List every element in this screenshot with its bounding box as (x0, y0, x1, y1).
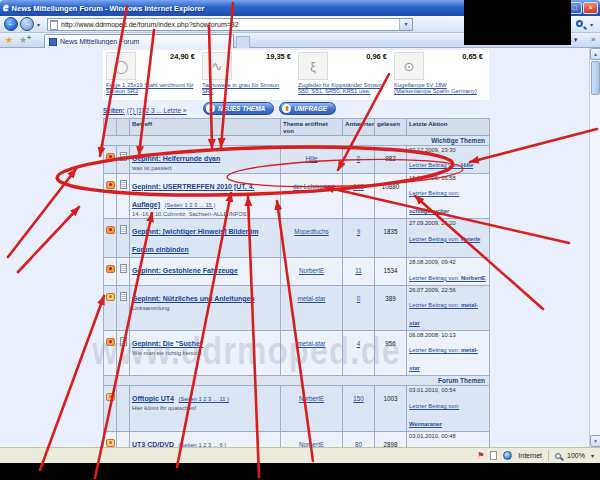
starter-link[interactable]: metal-star (298, 340, 326, 347)
last-post-by-link[interactable]: Letzter Beitrag von: Hille (409, 162, 473, 168)
product-link[interactable]: Zugfeder für Kippständer Simson S50, S51… (298, 82, 388, 95)
product-image[interactable]: ξ (298, 52, 328, 80)
security-zone-label: Internet (518, 452, 542, 459)
replies-link[interactable]: 9 (357, 228, 361, 235)
product-link[interactable]: Kugellampe 6V 18W (Markenlampe Spahn Ger… (394, 82, 484, 95)
last-post-by-name: metal-star (409, 302, 478, 326)
starter-link[interactable]: metal-star (298, 295, 326, 302)
new-tab-stub[interactable] (236, 36, 250, 48)
topic-marker-cell (117, 219, 130, 258)
product-image[interactable]: ⊙ (394, 52, 424, 80)
topic-status-icon (106, 439, 115, 447)
table-row[interactable]: Gepinnt: [wichtiger Hinweis] Bilder im F… (104, 219, 490, 258)
new-topic-button[interactable]: ╱ NEUES THEMA (203, 102, 274, 115)
last-post-by-link[interactable]: Letzter Beitrag von: schlagzeucher (409, 190, 459, 214)
table-row[interactable]: Gepinnt: Nützliches und AnleitungenLinks… (104, 285, 490, 330)
table-header-row: Betreff Thema eröffnet von Antworten gel… (104, 119, 490, 136)
close-button[interactable]: × (583, 2, 598, 14)
topic-link[interactable]: Gepinnt: Gestohlene Fahrzeuge (132, 267, 238, 274)
history-dropdown-icon[interactable]: ▾ (37, 21, 40, 28)
last-action-cell: 16.12.2009, 16:58Letzter Beitrag von: sc… (407, 173, 490, 219)
scroll-up-icon[interactable]: ▲ (590, 48, 600, 60)
replies-link[interactable]: 4 (357, 340, 361, 347)
last-post-by-link[interactable]: Letzter Beitrag von: metal-star (409, 347, 478, 371)
topic-pages-links[interactable]: (Seiten 1 2 3 ... 11 ) (178, 396, 228, 402)
favorites-star-icon[interactable]: ★ (5, 35, 13, 45)
topic-starter-cell: der Lehmann (281, 173, 343, 219)
topic-link[interactable]: Gepinnt: [wichtiger Hinweis] Bilder im F… (132, 228, 258, 253)
last-action-cell: 06.08.2008, 10:13Letzter Beitrag von: me… (407, 331, 490, 376)
replies-link[interactable]: 0 (357, 155, 361, 162)
topic-replies-cell: 80 (343, 431, 375, 447)
starter-link[interactable]: Mopedfuchs (294, 228, 328, 235)
topic-link[interactable]: Offtopic UT4 (132, 395, 174, 402)
topic-replies-cell: 4 (343, 331, 375, 376)
replies-link[interactable]: 193 (353, 183, 364, 190)
replies-link[interactable]: 0 (357, 295, 361, 302)
starter-link[interactable]: NorbertE (299, 267, 324, 274)
search-dropdown-icon[interactable]: ▾ (590, 21, 593, 28)
product-link[interactable]: Tachowelle in grau für Simson SR2 (202, 82, 292, 95)
pencil-icon: ╱ (206, 104, 215, 113)
product-image[interactable]: ∿ (202, 52, 232, 80)
toolbar-overflow-icon[interactable]: » (591, 35, 595, 44)
back-button[interactable]: ← (4, 17, 18, 31)
topic-link[interactable]: Gepinnt: Nützliches und Anleitungen (132, 295, 255, 302)
topic-link[interactable]: Gepinnt: Die "Suche" (132, 340, 203, 347)
scroll-down-icon[interactable]: ▼ (590, 435, 600, 447)
topic-reads-cell: 389 (375, 285, 407, 330)
shop-product: ∿19,35 €Tachowelle in grau für Simson SR… (199, 50, 295, 100)
add-favorite-icon[interactable]: ★ (19, 35, 27, 45)
product-glyph-icon: ξ (310, 59, 316, 74)
topic-replies-cell: 0 (343, 146, 375, 174)
topic-status-cell (104, 431, 117, 447)
tab-news-mitteilungen-forum[interactable]: News Mitteilungen Forum (44, 34, 234, 48)
pagination-label[interactable]: Seiten: (103, 107, 125, 114)
address-bar[interactable]: http://www.ddrmoped.de/forum/index.php?s… (47, 18, 413, 31)
product-image[interactable]: ◯ (106, 52, 136, 80)
topic-status-cell (104, 285, 117, 330)
topic-subtitle: 14.-16.5.10.Colmnitz, Sachsen-ALLE INFOS (132, 211, 278, 218)
last-post-date: 03.01.2010, 00:54 (409, 387, 487, 393)
last-post-by-name: Weimaraner (409, 421, 442, 427)
last-post-by-link[interactable]: Letzter Beitrag von: NorbertE (409, 275, 486, 281)
zoom-dropdown-icon[interactable]: ▾ (591, 452, 594, 459)
forward-button[interactable]: → (20, 17, 34, 31)
reads-count: 10880 (382, 183, 400, 190)
note-icon (120, 292, 127, 301)
last-post-by-link[interactable]: Letzter Beitrag von: metal-star (409, 302, 478, 326)
topic-replies-cell: 150 (343, 386, 375, 431)
table-row[interactable]: Gepinnt: USERTREFFEN 2010 [UT, 4. Auflag… (104, 173, 490, 219)
pagination-pages[interactable]: (7) [1] 2 3 ... Letzte » (127, 107, 187, 114)
table-row[interactable]: UT3 CD/DVD (Seiten 1 2 3 ... 6 )NorbertE… (104, 431, 490, 447)
note-icon (120, 180, 127, 189)
statusbar-divider (548, 450, 549, 461)
replies-link[interactable]: 11 (355, 267, 362, 274)
table-row[interactable]: Gepinnt: Die "Suche"Wie man sie richtig … (104, 331, 490, 376)
scrollbar-thumb[interactable] (591, 61, 600, 95)
last-post-by-link[interactable]: Letzter Beitrag von: Peterle (409, 236, 480, 242)
last-post-by-link[interactable]: Letzter Beitrag von: Weimaraner (409, 403, 459, 427)
topic-starter-cell: NorbertE (281, 431, 343, 447)
search-icon[interactable] (576, 20, 583, 27)
replies-link[interactable]: 150 (353, 395, 364, 402)
zoom-magnifier-icon[interactable] (555, 453, 561, 459)
topic-link[interactable]: Gepinnt: Helferrunde dyan (132, 155, 220, 162)
last-action-cell: 27.09.2009, 21:20Letzter Beitrag von: Pe… (407, 219, 490, 258)
topic-pages-links[interactable]: (Seiten 1 2 3 ... 15 ) (164, 202, 215, 208)
vertical-scrollbar[interactable]: ▲ ▼ (589, 48, 600, 447)
topic-title-cell: Gepinnt: Gestohlene Fahrzeuge (130, 258, 281, 285)
address-dropdown-icon[interactable]: ▾ (399, 19, 412, 30)
starter-link[interactable]: NorbertE (299, 395, 324, 402)
table-row[interactable]: Gepinnt: Gestohlene FahrzeugeNorbertE111… (104, 258, 490, 285)
starter-link[interactable]: Hille (305, 155, 317, 162)
shop-banner: ◯24,90 €Felge 1,35x19 Stahl verchromt fü… (103, 50, 489, 100)
starter-link[interactable]: der Lehmann (293, 183, 330, 190)
product-link[interactable]: Felge 1,35x19 Stahl verchromt für Simson… (106, 82, 196, 95)
table-row[interactable]: Gepinnt: Helferrunde dyanwas ist passier… (104, 146, 490, 174)
zoom-level[interactable]: 100% (567, 452, 585, 459)
topic-starter-cell: metal-star (281, 331, 343, 376)
table-row[interactable]: Offtopic UT4 (Seiten 1 2 3 ... 11 )Hier … (104, 386, 490, 431)
last-post-date: 28.08.2009, 09:42 (409, 259, 487, 265)
poll-button[interactable]: ▮ UMFRAGE (279, 102, 336, 115)
